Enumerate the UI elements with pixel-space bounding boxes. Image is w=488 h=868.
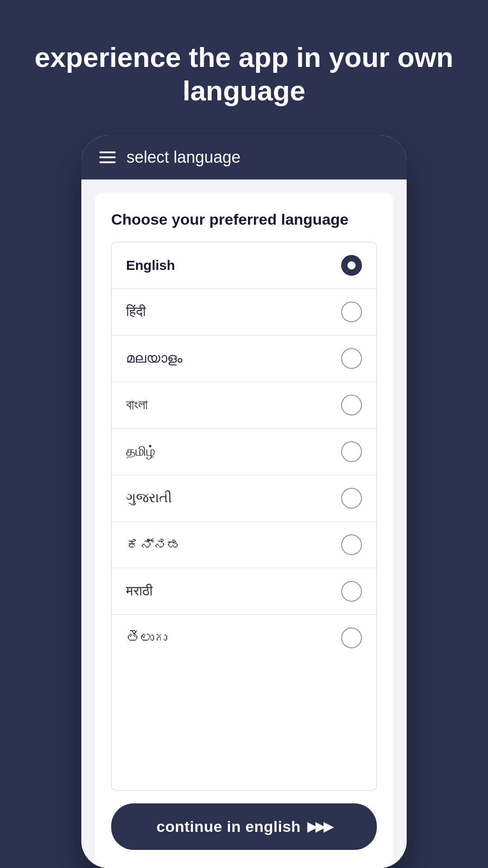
- language-item-malayalam[interactable]: മലയാളം: [112, 335, 376, 382]
- radio-bengali: [341, 395, 362, 415]
- language-label-gujarati: ગુજરાતી: [126, 490, 172, 506]
- language-label-telugu: తెలుగు: [126, 630, 167, 646]
- radio-malayalam: [341, 348, 362, 369]
- phone-content: Choose your preferred language English ह…: [81, 179, 407, 868]
- continue-button[interactable]: continue in english ▶▶▶: [111, 803, 377, 850]
- language-label-marathi: मराठी: [126, 583, 153, 599]
- phone-mockup: select language Choose your preferred la…: [81, 135, 407, 868]
- radio-tamil: [341, 441, 362, 462]
- topbar-title: select language: [127, 148, 240, 167]
- language-list: English हिंदी മലയാളം বাংলা: [111, 242, 377, 791]
- top-bar: select language: [81, 135, 407, 179]
- language-label-hindi: हिंदी: [126, 304, 146, 320]
- radio-telugu: [341, 627, 362, 648]
- radio-hindi: [341, 302, 362, 322]
- continue-btn-area: continue in english ▶▶▶: [111, 791, 377, 863]
- language-item-bengali[interactable]: বাংলা: [112, 382, 376, 429]
- arrows-icon: ▶▶▶: [307, 819, 332, 834]
- radio-kannada: [341, 534, 362, 555]
- radio-marathi: [341, 581, 362, 602]
- language-item-tamil[interactable]: தமிழ்: [112, 429, 376, 475]
- page-title: experience the app in your own language: [0, 41, 488, 108]
- language-label-kannada: ಕನ್ನಡ: [126, 537, 181, 552]
- language-card: Choose your preferred language English ह…: [95, 193, 393, 868]
- language-item-kannada[interactable]: ಕನ್ನಡ: [112, 522, 376, 568]
- language-label-malayalam: മലയാളം: [126, 350, 183, 366]
- language-item-hindi[interactable]: हिंदी: [112, 289, 376, 335]
- language-item-marathi[interactable]: मराठी: [112, 568, 376, 615]
- language-item-gujarati[interactable]: ગુજરાતી: [112, 475, 376, 522]
- language-label-tamil: தமிழ்: [126, 443, 155, 459]
- card-title: Choose your preferred language: [111, 209, 377, 229]
- radio-gujarati: [341, 488, 362, 509]
- language-item-telugu[interactable]: తెలుగు: [112, 615, 376, 661]
- language-label-english: English: [126, 258, 175, 273]
- radio-english: [341, 255, 362, 276]
- language-item-english[interactable]: English: [112, 242, 376, 289]
- continue-button-label: continue in english: [156, 818, 300, 835]
- language-label-bengali: বাংলা: [126, 397, 148, 413]
- hamburger-icon[interactable]: [99, 151, 116, 163]
